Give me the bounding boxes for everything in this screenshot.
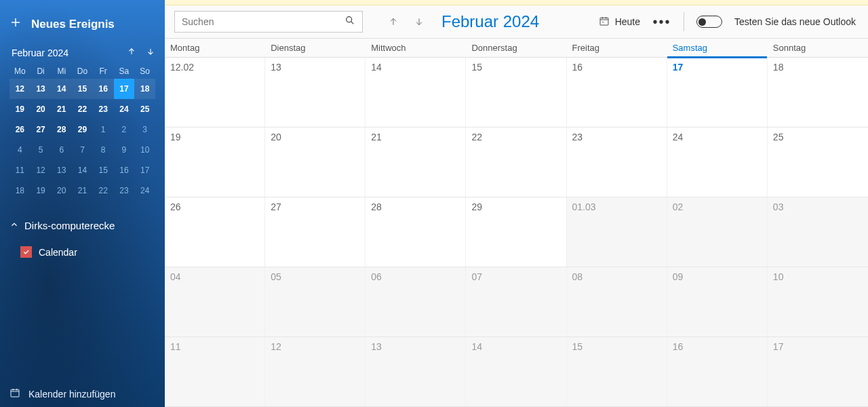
mini-day[interactable]: 20	[31, 99, 52, 119]
mini-day[interactable]: 13	[31, 79, 52, 99]
mini-calendar-title[interactable]: Februar 2024	[12, 47, 68, 58]
mini-day[interactable]: 3	[134, 119, 155, 140]
mini-day[interactable]: 17	[114, 79, 135, 99]
calendar-checkbox[interactable]	[20, 246, 32, 258]
day-cell[interactable]: 27	[265, 197, 366, 267]
mini-day[interactable]: 24	[134, 180, 155, 201]
mini-day[interactable]: 4	[9, 140, 31, 160]
next-month-button[interactable]	[412, 16, 427, 27]
mini-day[interactable]: 8	[93, 140, 114, 160]
day-cell[interactable]: 15	[567, 337, 667, 406]
mini-day[interactable]: 13	[51, 160, 72, 180]
add-calendar-button[interactable]: Kalender hinzufügen	[0, 381, 165, 407]
day-cell[interactable]: 23	[567, 128, 667, 197]
search-box[interactable]	[174, 11, 363, 33]
today-indicator	[667, 56, 767, 58]
search-icon[interactable]	[344, 15, 355, 28]
mini-day[interactable]: 23	[114, 180, 135, 201]
day-cell[interactable]: 04	[165, 267, 265, 336]
day-cell[interactable]: 22	[466, 128, 566, 197]
day-cell[interactable]: 15	[466, 58, 566, 127]
day-cell[interactable]: 13	[366, 337, 466, 406]
mini-day[interactable]: 21	[72, 180, 93, 201]
day-cell[interactable]: 29	[466, 197, 566, 267]
day-cell[interactable]: 06	[366, 267, 466, 336]
day-cell[interactable]: 24	[667, 128, 768, 197]
mini-day[interactable]: 20	[51, 180, 72, 201]
mini-calendar[interactable]: MoDiMiDoFrSaSo12131415161718192021222324…	[9, 64, 155, 201]
mini-day[interactable]: 25	[134, 99, 155, 119]
day-cell[interactable]: 14	[366, 58, 466, 127]
day-number: 14	[471, 341, 482, 352]
mini-day[interactable]: 29	[72, 119, 93, 140]
day-cell[interactable]: 12	[265, 337, 366, 406]
today-button[interactable]: Heute	[599, 16, 640, 28]
day-cell[interactable]: 02	[667, 197, 768, 267]
dow-header-cell: Dienstag	[265, 39, 366, 58]
new-outlook-toggle[interactable]	[696, 16, 722, 28]
more-button[interactable]: •••	[652, 18, 671, 26]
mini-day[interactable]: 15	[72, 79, 93, 99]
mini-day[interactable]: 23	[93, 99, 114, 119]
mini-day[interactable]: 11	[9, 160, 31, 180]
mini-day[interactable]: 12	[31, 160, 52, 180]
mini-day[interactable]: 10	[134, 140, 155, 160]
day-cell[interactable]: 19	[165, 128, 265, 197]
month-title[interactable]: Februar 2024	[437, 12, 539, 31]
day-number: 14	[371, 62, 382, 73]
day-cell[interactable]: 03	[768, 197, 868, 267]
mini-day[interactable]: 7	[72, 140, 93, 160]
day-cell[interactable]: 17	[667, 58, 768, 127]
mini-day[interactable]: 18	[9, 180, 31, 201]
day-cell[interactable]: 16	[567, 58, 667, 127]
arrow-up-icon[interactable]	[127, 47, 136, 58]
mini-day[interactable]: 1	[93, 119, 114, 140]
day-cell[interactable]: 05	[265, 267, 366, 336]
mini-day[interactable]: 22	[72, 99, 93, 119]
day-cell[interactable]: 16	[667, 337, 768, 406]
mini-day[interactable]: 26	[9, 119, 31, 140]
day-cell[interactable]: 17	[768, 337, 868, 406]
mini-day[interactable]: 18	[134, 79, 155, 99]
prev-month-button[interactable]	[386, 16, 401, 27]
day-cell[interactable]: 18	[768, 58, 868, 127]
mini-day[interactable]: 27	[31, 119, 52, 140]
mini-day[interactable]: 16	[114, 160, 135, 180]
calendar-item[interactable]: Calendar	[9, 246, 155, 258]
day-cell[interactable]: 21	[366, 128, 466, 197]
mini-day[interactable]: 22	[93, 180, 114, 201]
day-cell[interactable]: 09	[667, 267, 768, 336]
day-cell[interactable]: 07	[466, 267, 566, 336]
day-of-week-header: MontagDienstagMittwochDonnerstagFreitagS…	[165, 39, 868, 58]
mini-day[interactable]: 19	[31, 180, 52, 201]
mini-day[interactable]: 14	[51, 79, 72, 99]
day-cell[interactable]: 10	[768, 267, 868, 336]
account-toggle[interactable]: Dirks-computerecke	[9, 220, 155, 231]
mini-day[interactable]: 21	[51, 99, 72, 119]
day-cell[interactable]: 13	[265, 58, 366, 127]
day-cell[interactable]: 25	[768, 128, 868, 197]
day-cell[interactable]: 26	[165, 197, 265, 267]
mini-day[interactable]: 15	[93, 160, 114, 180]
search-input[interactable]	[182, 16, 344, 27]
day-cell[interactable]: 28	[366, 197, 466, 267]
mini-day[interactable]: 6	[51, 140, 72, 160]
mini-day[interactable]: 17	[134, 160, 155, 180]
mini-day[interactable]: 12	[9, 79, 31, 99]
new-event-button[interactable]: Neues Ereignis	[9, 14, 155, 41]
mini-day[interactable]: 28	[51, 119, 72, 140]
mini-day[interactable]: 9	[114, 140, 135, 160]
day-cell[interactable]: 11	[165, 337, 265, 406]
day-cell[interactable]: 12.02	[165, 58, 265, 127]
day-cell[interactable]: 08	[567, 267, 667, 336]
mini-day[interactable]: 2	[114, 119, 135, 140]
mini-day[interactable]: 19	[9, 99, 31, 119]
day-cell[interactable]: 01.03	[567, 197, 667, 267]
mini-day[interactable]: 24	[114, 99, 135, 119]
mini-day[interactable]: 16	[93, 79, 114, 99]
day-cell[interactable]: 14	[466, 337, 566, 406]
day-cell[interactable]: 20	[265, 128, 366, 197]
mini-day[interactable]: 14	[72, 160, 93, 180]
mini-day[interactable]: 5	[31, 140, 52, 160]
arrow-down-icon[interactable]	[146, 47, 155, 58]
